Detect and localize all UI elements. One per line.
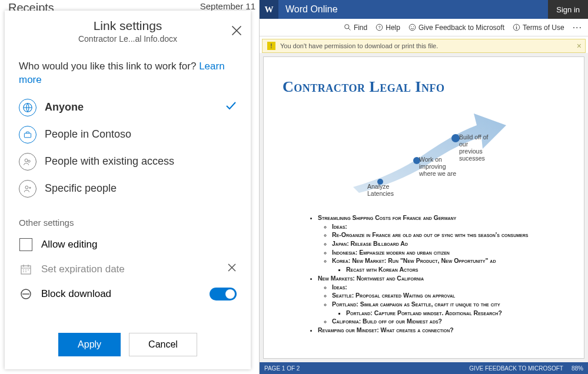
app-title: Word Online: [285, 4, 338, 15]
dialog-subtitle: Contractor Le...al Info.docx: [15, 34, 240, 44]
document-bullets: Streamlining Shipping Costs for France a…: [279, 213, 569, 335]
svg-point-3: [28, 160, 31, 162]
link-settings-dialog: Link settings Contractor Le...al Info.do…: [5, 11, 251, 369]
find-button[interactable]: Find: [344, 24, 367, 32]
cancel-button[interactable]: Cancel: [129, 333, 197, 356]
help-label: Help: [386, 24, 400, 32]
option-anyone[interactable]: Anyone: [19, 94, 237, 121]
feedback-button[interactable]: Give Feedback to Microsoft: [408, 24, 504, 32]
permission-message: You don't have permission to download or…: [280, 42, 438, 49]
svg-point-12: [413, 26, 414, 27]
word-online-panel: W Word Online Sign in Find ? Help Give F…: [260, 0, 588, 374]
status-feedback[interactable]: GIVE FEEDBACK TO MICROSOFT: [469, 365, 563, 372]
status-bar: PAGE 1 OF 2 GIVE FEEDBACK TO MICROSOFT 8…: [260, 362, 588, 374]
block-icon: [19, 287, 33, 301]
allow-editing-row[interactable]: Allow editing: [19, 232, 237, 257]
smile-icon: [408, 24, 416, 31]
command-bar: Find ? Help Give Feedback to Microsoft T…: [260, 19, 588, 36]
bullet: Recast with Korean Actors: [346, 266, 418, 273]
block-download-label: Block download: [41, 288, 111, 300]
word-app-icon: W: [260, 0, 278, 19]
people-sync-icon: [19, 153, 36, 171]
other-settings-header: Other settings: [19, 218, 237, 228]
option-label: People in Contoso: [45, 128, 131, 141]
zoom-level[interactable]: 88%: [572, 365, 583, 372]
calendar-icon: [19, 262, 33, 276]
dialog-buttons: Apply Cancel: [5, 320, 251, 369]
expiration-label: Set expiration date: [41, 263, 125, 275]
bullet: Re-Organize in France are old and out of…: [332, 231, 528, 238]
block-download-row: Block download: [19, 282, 237, 306]
page-indicator[interactable]: PAGE 1 OF 2: [264, 365, 300, 372]
prompt-text: Who would you like this link to work for…: [19, 60, 237, 87]
bullet: Revamping our Mindset: What creates a co…: [318, 326, 454, 333]
help-button[interactable]: ? Help: [376, 24, 400, 32]
svg-point-2: [25, 159, 28, 162]
bullet: Korea: New Market: Run "New Product, New…: [332, 257, 496, 264]
allow-editing-label: Allow editing: [41, 239, 97, 251]
search-icon: [344, 24, 351, 31]
svg-point-18: [451, 134, 460, 142]
svg-point-7: [345, 25, 349, 29]
svg-point-4: [25, 186, 28, 189]
prompt-label: Who would you like this link to work for…: [19, 61, 199, 72]
option-label: People with existing access: [45, 155, 174, 168]
bullet: Indonesia: Emphasize modern and urban ci…: [332, 249, 450, 256]
terms-button[interactable]: Terms of Use: [513, 24, 564, 32]
globe-icon: [19, 99, 36, 116]
arrow-node-b: Work on improving where we are: [419, 156, 457, 177]
feedback-label: Give Feedback to Microsoft: [418, 24, 504, 32]
bullet: New Markets: Northwest and California: [318, 275, 424, 282]
option-org[interactable]: People in Contoso: [19, 121, 237, 148]
bullet: Portland: Capture Portland mindset. Addi…: [346, 309, 502, 316]
document-canvas[interactable]: Contractor Legal Info Analyze Lat: [260, 53, 588, 362]
checkbox-icon[interactable]: [19, 238, 33, 252]
dialog-header: Link settings Contractor Le...al Info.do…: [5, 11, 251, 49]
expiration-row[interactable]: Set expiration date: [19, 257, 237, 282]
svg-point-11: [411, 26, 411, 27]
dismiss-message-icon[interactable]: ×: [577, 41, 582, 51]
more-menu-icon[interactable]: ···: [573, 22, 582, 33]
svg-rect-15: [516, 27, 517, 29]
bullet: California: Build off of our Midwest ads…: [332, 318, 442, 325]
doc-heading: Contractor Legal Info: [283, 78, 569, 96]
people-add-icon: [19, 180, 36, 198]
clear-expiration-icon[interactable]: [227, 263, 237, 275]
document-page: Contractor Legal Info Analyze Lat: [263, 56, 584, 359]
permission-message-bar: ! You don't have permission to download …: [262, 39, 586, 53]
block-download-toggle[interactable]: [210, 288, 237, 300]
svg-rect-1: [24, 133, 31, 137]
arrow-node-a: Analyze Latencies: [367, 183, 400, 197]
bullet: Japan: Release Billboard Ad: [332, 240, 408, 247]
share-dialog-panel: Receipts September 11 1 1 1 1 1 1 1 1 1 …: [0, 0, 260, 374]
info-icon: [513, 24, 520, 31]
sign-in-button[interactable]: Sign in: [548, 0, 588, 19]
help-icon: ?: [376, 24, 383, 31]
titlebar: W Word Online Sign in: [260, 0, 588, 19]
bullet: Seattle: Proposal created Waiting on app…: [332, 292, 455, 299]
svg-point-14: [516, 25, 517, 26]
svg-point-10: [409, 24, 416, 31]
option-specific[interactable]: Specific people: [19, 175, 237, 202]
bg-date: September 11: [200, 1, 255, 11]
close-icon[interactable]: [231, 25, 242, 36]
terms-label: Terms of Use: [523, 24, 564, 32]
option-label: Anyone: [45, 101, 84, 113]
dialog-title: Link settings: [15, 19, 240, 33]
find-label: Find: [354, 24, 367, 32]
arrow-graphic: Analyze Latencies Work on improving wher…: [330, 108, 518, 196]
option-existing[interactable]: People with existing access: [19, 148, 237, 175]
arrow-node-c: Build off of our previous sucesses: [459, 133, 491, 162]
briefcase-icon: [19, 126, 36, 143]
bullet: Streamlining Shipping Costs for France a…: [318, 214, 456, 221]
bullet: Ideas:: [332, 283, 347, 290]
check-icon: [225, 100, 237, 115]
bullet: Portland: Similar campaign as Seattle, c…: [332, 300, 500, 308]
apply-button[interactable]: Apply: [58, 333, 121, 356]
svg-text:?: ?: [378, 25, 381, 30]
warning-icon: !: [267, 42, 275, 50]
option-label: Specific people: [45, 182, 117, 195]
bullet: Ideas:: [332, 223, 347, 230]
